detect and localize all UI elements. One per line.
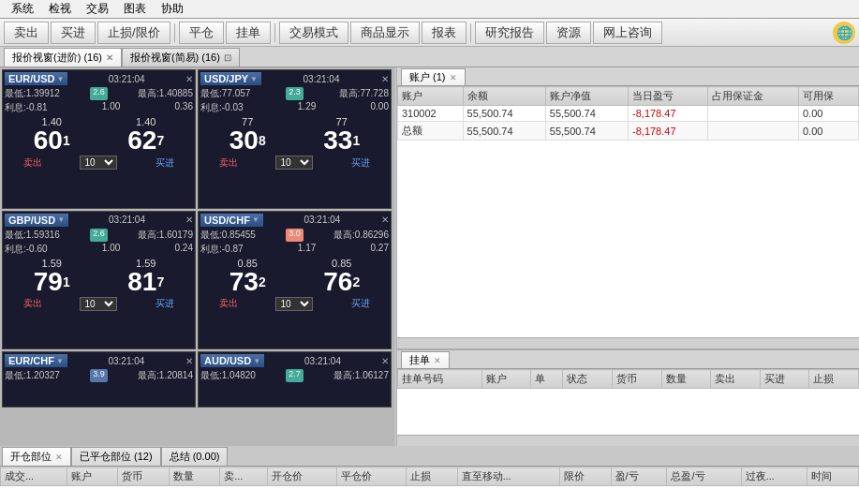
summary-label: 总结 (0.00) (170, 450, 220, 464)
price-card-eurchf-header: EUR/CHF ▼ 03:21:04 ✕ (5, 354, 193, 367)
report-button[interactable]: 报表 (422, 22, 467, 44)
account-table-header: 账户 余额 账户净值 当日盈亏 占用保证金 可用保 (398, 87, 859, 106)
usdchf-qty[interactable]: 10 (275, 297, 313, 311)
bottom-table-header: 成交... 账户 货币 数量 卖... 开仓价 平仓价 止损 直至移动... 限… (1, 467, 859, 486)
trade-mode-button[interactable]: 交易模式 (279, 22, 348, 44)
pair-name-usdjpy[interactable]: USD/JPY ▼ (200, 72, 261, 85)
eurusd-buy-label[interactable]: 买进 (156, 156, 174, 170)
gbpusd-qty[interactable]: 10 (80, 297, 117, 311)
order-tab-close[interactable]: ✕ (434, 356, 441, 365)
pair-name-gbpusd[interactable]: GBP/USD ▼ (5, 214, 68, 227)
gbpusd-info-row1: 最低:1.59316 2.6 最高:1.60179 (5, 229, 193, 242)
account-h-scroll[interactable] (397, 337, 859, 348)
usdjpy-sell-label[interactable]: 卖出 (219, 156, 238, 170)
open-positions-close[interactable]: ✕ (55, 452, 63, 462)
gbpusd-buy-label[interactable]: 买进 (156, 297, 174, 310)
world-icon[interactable]: 🌐 (833, 22, 855, 44)
account-row-total[interactable]: 总额 55,500.74 55,500.74 -8,178.47 0.00 (398, 122, 859, 141)
tab-orders[interactable]: 挂单 ✕ (401, 351, 450, 368)
gbpusd-sell-label[interactable]: 卖出 (23, 297, 42, 310)
tab-closed-positions[interactable]: 已平仓部位 (12) (71, 447, 161, 466)
eurusd-prices: 1.40 601 1.40 627 (5, 116, 193, 154)
close-gbpusd[interactable]: ✕ (185, 215, 193, 225)
resource-button[interactable]: 资源 (546, 22, 591, 44)
acc-id-total: 总额 (398, 122, 464, 141)
tab-price-simple[interactable]: 报价视窗(简易) (16) ⊡ (122, 48, 240, 67)
eurusd-sell-price[interactable]: 1.40 601 (34, 116, 70, 154)
usdjpy-buy-label[interactable]: 买进 (351, 156, 370, 170)
menu-inspect[interactable]: 检视 (41, 1, 79, 17)
account-table-container: 账户 余额 账户净值 当日盈亏 占用保证金 可用保 310002 55,500.… (397, 86, 859, 337)
usdjpy-sell-price[interactable]: 77 308 (230, 116, 266, 154)
buy-button[interactable]: 买进 (51, 22, 96, 44)
order-button[interactable]: 挂单 (226, 22, 271, 44)
toolbar: 卖出 买进 止损/限价 平仓 挂单 交易模式 商品显示 报表 研究报告 资源 网… (0, 19, 859, 47)
close-button[interactable]: 平仓 (179, 22, 224, 44)
close-eurchf[interactable]: ✕ (185, 356, 193, 366)
col-trade-trailing: 直至移动... (457, 467, 559, 486)
bottom-table-area: 成交... 账户 货币 数量 卖... 开仓价 平仓价 止损 直至移动... 限… (0, 467, 859, 504)
tab-price-advanced[interactable]: 报价视窗(进阶) (16) ✕ (4, 48, 122, 67)
col-order-status: 状态 (563, 370, 613, 389)
pair-name-eurchf[interactable]: EUR/CHF ▼ (5, 354, 67, 367)
eurusd-qty[interactable]: 10 (80, 156, 117, 170)
pair-name-usdchf[interactable]: USD/CHF ▼ (200, 214, 263, 227)
main-content: EUR/USD ▼ 03:21:04 ✕ 最低:1.39912 2.6 最高:1… (0, 67, 859, 446)
acc-margin-total (707, 122, 798, 141)
acc-balance-1: 55,500.74 (463, 106, 545, 122)
usdchf-sell-label[interactable]: 卖出 (219, 297, 238, 310)
col-margin-used: 占用保证金 (707, 87, 798, 106)
online-consult-button[interactable]: 网上咨询 (593, 22, 662, 44)
close-eurusd[interactable]: ✕ (185, 74, 193, 84)
usdchf-info-row2: 利息:-0.87 1.17 0.27 (200, 243, 389, 256)
stoplimit-button[interactable]: 止损/限价 (97, 22, 170, 44)
pair-name-eurusd[interactable]: EUR/USD ▼ (5, 72, 67, 85)
bottom-data-table: 成交... 账户 货币 数量 卖... 开仓价 平仓价 止损 直至移动... 限… (0, 467, 859, 486)
audusd-spread: 2.7 (286, 369, 304, 382)
col-trade-pnl: 盈/亏 (611, 467, 667, 486)
col-trade-id: 成交... (1, 467, 67, 486)
account-tab-close[interactable]: ✕ (450, 73, 457, 82)
usdjpy-qty[interactable]: 10 (275, 156, 313, 170)
eurusd-sell-label[interactable]: 卖出 (23, 156, 42, 170)
menu-chart[interactable]: 图表 (116, 1, 154, 17)
eurusd-buy-price[interactable]: 1.40 627 (127, 116, 164, 154)
eurchf-spread: 3.9 (90, 369, 108, 382)
menu-trade[interactable]: 交易 (79, 1, 116, 17)
time-usdchf: 03:21:04 (304, 215, 340, 225)
time-usdjpy: 03:21:04 (304, 74, 340, 84)
time-eurchf: 03:21:04 (108, 356, 144, 366)
account-tab-bar: 账户 (1) ✕ (397, 67, 859, 86)
col-trade-total-pnl: 总盈/亏 (667, 467, 741, 486)
closed-positions-label: 已平仓部位 (12) (80, 450, 153, 464)
col-order-qty: 数量 (661, 370, 711, 389)
close-usdchf[interactable]: ✕ (381, 215, 389, 225)
tab-price-advanced-close[interactable]: ✕ (106, 52, 113, 63)
gbpusd-sell-price[interactable]: 1.59 791 (34, 258, 70, 295)
col-trade-time: 时间 (807, 467, 859, 486)
close-audusd[interactable]: ✕ (381, 356, 389, 366)
gbpusd-buy-price[interactable]: 1.59 817 (127, 258, 164, 295)
usdchf-buy-price[interactable]: 0.85 762 (323, 258, 360, 295)
research-button[interactable]: 研究报告 (475, 22, 544, 44)
tab-open-positions[interactable]: 开仓部位 ✕ (2, 447, 71, 466)
col-trade-limit: 限价 (560, 467, 612, 486)
menu-system[interactable]: 系统 (4, 1, 41, 17)
usdchf-sell-price[interactable]: 0.85 732 (230, 258, 266, 295)
pair-name-audusd[interactable]: AUD/USD ▼ (200, 354, 264, 367)
tab-account[interactable]: 账户 (1) ✕ (401, 68, 466, 85)
close-usdjpy[interactable]: ✕ (381, 74, 389, 84)
col-balance: 余额 (463, 87, 545, 106)
usdchf-buy-label[interactable]: 买进 (351, 297, 370, 310)
usdjpy-info-row2: 利息:-0.03 1.29 0.00 (200, 101, 389, 114)
menu-help[interactable]: 协助 (154, 1, 191, 17)
product-display-button[interactable]: 商品显示 (350, 22, 420, 44)
tab-summary[interactable]: 总结 (0.00) (161, 447, 229, 466)
sell-button[interactable]: 卖出 (4, 22, 49, 44)
order-h-scroll[interactable] (397, 435, 859, 446)
pair-arrow-usdchf: ▼ (252, 215, 259, 224)
account-row-1[interactable]: 310002 55,500.74 55,500.74 -8,178.47 0.0… (398, 106, 859, 122)
price-card-eurusd-header: EUR/USD ▼ 03:21:04 ✕ (5, 72, 193, 85)
usdjpy-buy-price[interactable]: 77 331 (323, 116, 360, 154)
tab-price-advanced-label: 报价视窗(进阶) (16) (12, 51, 102, 65)
